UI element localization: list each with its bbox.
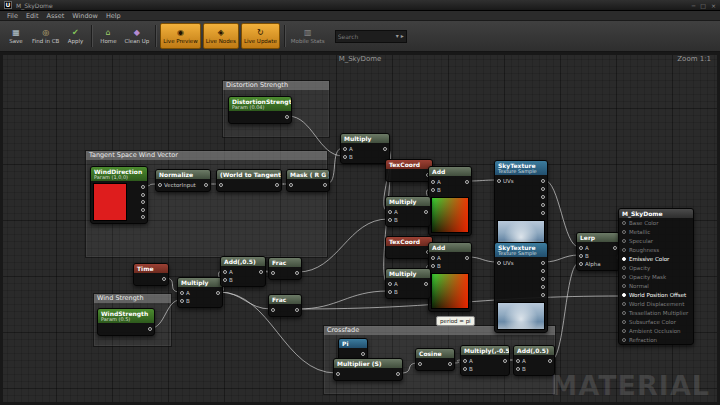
node-multiply-uv-a[interactable]: MultiplyAB — [385, 196, 431, 227]
output-pin[interactable] — [259, 270, 263, 274]
output-pin[interactable] — [541, 277, 545, 281]
node-multiply-neg-half[interactable]: Multiply(,-0.5)AB — [460, 345, 510, 376]
input-pin[interactable]: A — [516, 358, 526, 364]
material-pin-roughness[interactable]: Roughness — [619, 245, 693, 254]
output-pin[interactable] — [424, 210, 428, 214]
node-sky-texture-b[interactable]: SkyTextureTexture SampleUVs — [494, 242, 548, 333]
input-pin[interactable]: VectorInput — [158, 182, 196, 188]
material-pin-normal[interactable]: Normal — [619, 281, 693, 290]
material-pin-metallic[interactable]: Metallic — [619, 227, 693, 236]
output-pin[interactable] — [541, 195, 545, 199]
node-add-half-time[interactable]: Add(,0.5)AB — [220, 256, 266, 287]
output-pin[interactable] — [541, 203, 545, 207]
material-pin-specular[interactable]: Specular — [619, 236, 693, 245]
material-pin-opacity-mask[interactable]: Opacity Mask — [619, 272, 693, 281]
input-pin[interactable] — [271, 308, 275, 312]
search-dropdown-icon[interactable]: ▾ — [396, 33, 399, 39]
node-wind-strength[interactable]: WindStrengthParam (0.5) — [97, 308, 155, 336]
home-button[interactable]: ⌂Home — [96, 23, 120, 49]
node-add-half[interactable]: Add(,0.5)AB — [513, 345, 555, 376]
input-pin[interactable] — [271, 271, 275, 275]
input-pin[interactable]: B — [388, 217, 398, 223]
save-button[interactable]: ▦Save — [4, 23, 28, 49]
find-in-cb-button[interactable]: ◎Find in CB — [30, 23, 61, 49]
node-material-output[interactable]: M_SkyDomeBase ColorMetallicSpecularRough… — [618, 208, 694, 345]
material-pin-refraction[interactable]: Refraction — [619, 335, 693, 344]
node-texcoord-a[interactable]: TexCoord — [385, 159, 433, 182]
node-distortion-strength[interactable]: DistortionStrengthParam (0.04) — [228, 96, 292, 124]
maximize-button[interactable]: □ — [700, 2, 706, 9]
output-pin[interactable] — [424, 282, 428, 286]
input-pin[interactable] — [289, 183, 293, 187]
input-pin[interactable]: A — [388, 281, 398, 287]
input-pin[interactable]: B — [431, 187, 441, 193]
input-pin[interactable]: A — [431, 179, 441, 185]
output-pin[interactable] — [541, 269, 545, 273]
node-world-to-tangent[interactable]: (World to Tangent) — [216, 169, 282, 192]
output-pin[interactable] — [465, 180, 469, 184]
search-input[interactable] — [338, 33, 394, 40]
menu-edit[interactable]: Edit — [22, 12, 43, 20]
mobile-stats-button[interactable]: ▥Mobile Stats — [289, 23, 327, 49]
input-pin[interactable]: A — [431, 255, 441, 261]
node-normalize[interactable]: NormalizeVectorInput — [155, 169, 211, 192]
node-mask-rg[interactable]: Mask ( R G ) — [286, 169, 330, 192]
menu-window[interactable]: Window — [68, 12, 102, 20]
graph-search[interactable]: ▾ ▸ — [335, 30, 407, 43]
node-texcoord-b[interactable]: TexCoord — [385, 236, 433, 259]
input-pin[interactable] — [418, 362, 422, 366]
input-pin[interactable]: B — [463, 366, 473, 372]
apply-button[interactable]: ✔Apply — [63, 23, 87, 49]
output-pin[interactable] — [541, 187, 545, 191]
live-nodes-button[interactable]: ◈Live Nodes — [203, 23, 239, 49]
input-pin[interactable] — [219, 183, 223, 187]
input-pin[interactable]: B — [579, 253, 589, 259]
input-pin[interactable]: Alpha — [579, 261, 601, 267]
node-add-uv-b[interactable]: AddAB — [428, 242, 472, 312]
node-lerp[interactable]: LerpABAlpha — [576, 232, 620, 271]
input-pin[interactable]: A — [223, 269, 233, 275]
node-wind-direction[interactable]: WindDirectionParam (1,0,0) — [90, 166, 148, 224]
material-pin-ambient-occlusion[interactable]: Ambient Occlusion — [619, 326, 693, 335]
output-pin[interactable] — [295, 308, 299, 312]
output-pin[interactable] — [148, 327, 152, 331]
clean-up-button[interactable]: ◆Clean Up — [122, 23, 151, 49]
output-pin[interactable] — [541, 293, 545, 297]
menu-help[interactable]: Help — [102, 12, 125, 20]
material-pin-base-color[interactable]: Base Color — [619, 218, 693, 227]
color-swatch-preview[interactable] — [93, 183, 127, 221]
input-pin[interactable]: A — [343, 146, 353, 152]
live-preview-button[interactable]: ◉Live Preview — [160, 23, 200, 49]
input-pin[interactable]: A — [180, 290, 190, 296]
input-pin[interactable]: B — [431, 263, 441, 269]
input-pin[interactable]: B — [343, 154, 353, 160]
material-pin-world-displacement[interactable]: World Displacement — [619, 299, 693, 308]
input-pin[interactable]: A — [463, 358, 473, 364]
output-pin[interactable] — [383, 147, 387, 151]
output-pin[interactable] — [541, 211, 545, 215]
menu-file[interactable]: File — [3, 12, 22, 20]
output-pin[interactable] — [548, 359, 552, 363]
output-pin[interactable] — [295, 271, 299, 275]
node-multiplier[interactable]: Multiplier (S) — [333, 358, 403, 381]
output-pin[interactable] — [361, 352, 365, 356]
node-add-uv-a[interactable]: AddAB — [428, 166, 472, 236]
node-multiply-distortion[interactable]: MultiplyAB — [340, 133, 390, 164]
input-pin[interactable]: B — [223, 277, 233, 283]
node-multiply-uv-b[interactable]: MultiplyAB — [385, 268, 431, 299]
minimize-button[interactable]: ─ — [692, 2, 696, 9]
node-cosine[interactable]: Cosine — [415, 348, 455, 371]
input-pin[interactable]: A — [579, 245, 589, 251]
input-pin[interactable]: B — [516, 366, 526, 372]
node-time[interactable]: Time — [133, 263, 169, 286]
material-pin-world-position-offset[interactable]: World Position Offset — [619, 290, 693, 299]
node-graph-canvas[interactable]: M_SkyDome Zoom 1:1 Distortion StrengthTa… — [0, 52, 720, 405]
input-pin[interactable]: UVs — [497, 178, 514, 184]
title-bar[interactable]: U M_SkyDome ─□× — [0, 0, 720, 11]
node-multiply-time[interactable]: MultiplyAB — [177, 277, 223, 308]
input-pin[interactable]: UVs — [497, 260, 514, 266]
node-frac-a[interactable]: Frac — [268, 257, 302, 280]
menu-asset[interactable]: Asset — [42, 12, 68, 20]
output-pin[interactable] — [503, 359, 507, 363]
output-pin[interactable] — [285, 115, 289, 119]
